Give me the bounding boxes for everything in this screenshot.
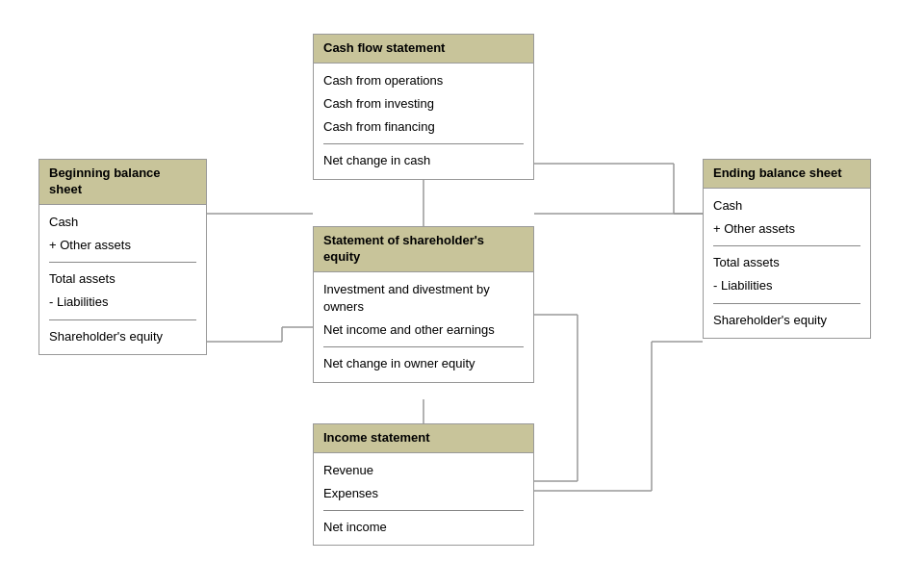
ending-body: Cash + Other assets Total assets - Liabi… bbox=[704, 189, 870, 338]
cashflow-body: Cash from operations Cash from investing… bbox=[314, 64, 533, 179]
cashflow-header: Cash flow statement bbox=[314, 35, 533, 64]
ending-cash: Cash bbox=[713, 194, 860, 217]
income-body: Revenue Expenses Net income bbox=[314, 453, 533, 546]
cashflow-net-change: Net change in cash bbox=[323, 149, 524, 172]
ending-liabilities: - Liabilities bbox=[713, 274, 860, 297]
equity-net-change: Net change in owner equity bbox=[323, 352, 524, 375]
cashflow-financing: Cash from financing bbox=[323, 115, 524, 139]
ending-shareholder-equity: Shareholder's equity bbox=[713, 309, 860, 332]
equity-investment: Investment and divestment by owners bbox=[323, 278, 524, 319]
beginning-shareholder-equity: Shareholder's equity bbox=[49, 325, 196, 348]
cashflow-operations: Cash from operations bbox=[323, 69, 524, 92]
beginning-liabilities: - Liabilities bbox=[49, 291, 196, 314]
income-revenue: Revenue bbox=[323, 459, 524, 482]
diagram-container: Beginning balance sheet Cash + Other ass… bbox=[38, 24, 886, 563]
equity-statement-box: Statement of shareholder's equity Invest… bbox=[313, 226, 534, 383]
income-header: Income statement bbox=[314, 424, 533, 453]
income-statement-box: Income statement Revenue Expenses Net in… bbox=[313, 423, 534, 546]
beginning-total-assets: Total assets bbox=[49, 268, 196, 291]
ending-balance-sheet-box: Ending balance sheet Cash + Other assets… bbox=[703, 159, 871, 339]
beginning-body: Cash + Other assets Total assets - Liabi… bbox=[39, 205, 206, 354]
beginning-cash: Cash bbox=[49, 211, 196, 234]
cash-flow-statement-box: Cash flow statement Cash from operations… bbox=[313, 34, 534, 180]
ending-other-assets: + Other assets bbox=[713, 217, 860, 241]
beginning-balance-sheet-box: Beginning balance sheet Cash + Other ass… bbox=[38, 159, 207, 355]
cashflow-investing: Cash from investing bbox=[323, 92, 524, 115]
equity-header: Statement of shareholder's equity bbox=[314, 227, 533, 272]
equity-net-income: Net income and other earnings bbox=[323, 319, 524, 342]
beginning-header: Beginning balance sheet bbox=[39, 160, 206, 205]
ending-total-assets: Total assets bbox=[713, 251, 860, 274]
equity-body: Investment and divestment by owners Net … bbox=[314, 272, 533, 382]
ending-header: Ending balance sheet bbox=[704, 160, 870, 189]
income-net-income: Net income bbox=[323, 516, 524, 539]
beginning-other-assets: + Other assets bbox=[49, 234, 196, 257]
income-expenses: Expenses bbox=[323, 482, 524, 505]
